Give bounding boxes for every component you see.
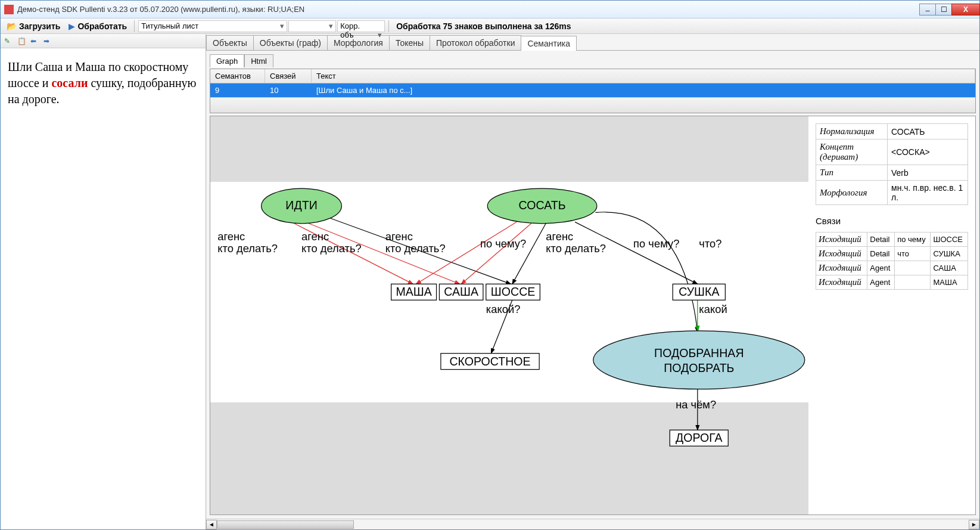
subtab-html[interactable]: Html <box>244 54 273 67</box>
links-header: Связи <box>816 216 968 226</box>
svg-text:агенс: агенс <box>301 230 329 243</box>
horizontal-scrollbar[interactable]: ◄ ► <box>206 519 979 529</box>
sub-tabs: GraphHtml <box>206 51 979 67</box>
svg-text:СУШКА: СУШКА <box>679 285 720 298</box>
scroll-left-icon[interactable]: ◄ <box>206 520 217 529</box>
scroll-thumb[interactable] <box>217 520 354 529</box>
col-semantov[interactable]: Семантов <box>210 69 265 83</box>
detail-panel: НормализацияСОСАТЬКонцепт (дериват)<СОСК… <box>808 116 975 514</box>
prop-val: мн.ч. п.вр. нес.в. 1 л. <box>888 181 968 205</box>
link-v: МАША <box>931 275 968 290</box>
graph-content: ИДТИСОСАТЬПОДОБРАННАЯПОДОБРАТЬМАШАСАШАШО… <box>210 116 976 515</box>
load-label: Загрузить <box>19 21 60 31</box>
status-text: Обработка 75 знаков выполнена за 126ms <box>396 21 571 31</box>
link-type: Agent <box>867 261 895 275</box>
subtab-graph[interactable]: Graph <box>210 54 244 67</box>
tab-1[interactable]: Объекты (граф) <box>253 35 328 50</box>
prop-key: Тип <box>816 165 888 181</box>
link-v: ШОССЕ <box>931 233 968 247</box>
nav-right-icon[interactable]: ➡ <box>43 37 52 45</box>
link-v: СУШКА <box>931 247 968 261</box>
properties-table: НормализацияСОСАТЬКонцепт (дериват)<СОСК… <box>816 123 968 205</box>
scroll-track[interactable] <box>217 520 969 529</box>
app-window: Демо-стенд SDK Pullenti v.3.23 от 05.07.… <box>0 0 980 530</box>
svg-line-5 <box>512 224 546 284</box>
svg-text:САША: САША <box>444 285 479 298</box>
svg-text:кто делать?: кто делать? <box>301 242 362 255</box>
prop-key: Нормализация <box>816 124 888 140</box>
grid-footer <box>210 97 975 113</box>
window-controls: X <box>919 4 979 16</box>
svg-text:по чему?: по чему? <box>480 237 526 250</box>
svg-text:агенс: агенс <box>546 230 573 243</box>
svg-text:на чём?: на чём? <box>676 398 716 411</box>
edit-icon[interactable]: ✎ <box>4 37 13 45</box>
svg-line-4 <box>461 224 531 284</box>
prop-val: <СОСКА> <box>888 140 968 165</box>
link-q: что <box>895 247 931 261</box>
tab-0[interactable]: Объекты <box>206 35 254 50</box>
tab-5[interactable]: Семантика <box>521 36 577 51</box>
doc-type-dropdown[interactable]: Титульный лист <box>138 20 287 32</box>
nav-left-icon[interactable]: ⬅ <box>30 37 39 45</box>
svg-text:ДОРОГА: ДОРОГА <box>676 431 723 444</box>
link-type: Detail <box>867 247 895 261</box>
close-button[interactable]: X <box>951 4 980 16</box>
process-label: Обработать <box>77 21 127 31</box>
svg-text:ИДТИ: ИДТИ <box>285 199 317 212</box>
svg-text:какой: какой <box>699 303 727 315</box>
svg-text:ПОДОБРАННАЯ: ПОДОБРАННАЯ <box>654 346 744 359</box>
titlebar: Демо-стенд SDK Pullenti v.3.23 от 05.07.… <box>1 1 979 18</box>
links-table: ИсходящийDetailпо чемуШОССЕИсходящийDeta… <box>816 232 968 290</box>
tab-3[interactable]: Токены <box>389 35 430 50</box>
svg-point-14 <box>593 331 805 389</box>
svg-text:ШОССЕ: ШОССЕ <box>491 285 536 298</box>
svg-text:ПОДОБРАТЬ: ПОДОБРАТЬ <box>664 361 734 374</box>
link-type: Detail <box>867 233 895 247</box>
link-dir: Исходящий <box>816 261 867 275</box>
main-tabs: ОбъектыОбъекты (граф)МорфологияТокеныПро… <box>206 34 979 51</box>
link-q <box>895 275 931 290</box>
svg-text:кто делать?: кто делать? <box>546 242 606 255</box>
cell-semantov: 9 <box>210 83 265 97</box>
scroll-right-icon[interactable]: ► <box>969 520 979 529</box>
minimize-button[interactable] <box>919 4 936 16</box>
graph-area[interactable]: ИДТИСОСАТЬПОДОБРАННАЯПОДОБРАТЬМАШАСАШАШО… <box>210 116 808 514</box>
svg-text:по чему?: по чему? <box>633 237 679 250</box>
dropdown-2[interactable] <box>288 20 336 32</box>
dropdown-3[interactable]: Корр. объ <box>337 20 385 32</box>
semantics-grid: Семантов Связей Текст 9 10 [Шли Саша и М… <box>210 69 976 113</box>
svg-text:кто делать?: кто делать? <box>217 242 278 255</box>
edit-toolbar: ✎ 📋 ⬅ ➡ <box>1 34 206 48</box>
folder-icon: 📂 <box>7 21 17 31</box>
link-dir: Исходящий <box>816 233 867 247</box>
play-icon: ▶ <box>69 21 75 31</box>
link-dir: Исходящий <box>816 247 867 261</box>
paste-icon[interactable]: 📋 <box>17 37 26 45</box>
maximize-button[interactable] <box>935 4 952 16</box>
cell-text: [Шли Саша и Маша по с...] <box>312 83 975 97</box>
semantic-graph[interactable]: ИДТИСОСАТЬПОДОБРАННАЯПОДОБРАТЬМАШАСАШАШО… <box>210 182 808 452</box>
prop-val: СОСАТЬ <box>888 124 968 140</box>
svg-text:кто делать?: кто делать? <box>385 242 446 255</box>
app-icon <box>4 5 14 14</box>
tab-4[interactable]: Протокол обработки <box>430 35 521 50</box>
svg-text:агенс: агенс <box>385 230 413 243</box>
main-toolbar: 📂 Загрузить ▶ Обработать Титульный лист … <box>1 18 979 34</box>
load-button[interactable]: 📂 Загрузить <box>3 20 64 32</box>
col-svyazey[interactable]: Связей <box>265 69 312 83</box>
text-pane[interactable]: Шли Саша и Маша по скоростному шоссе и с… <box>1 48 206 118</box>
prop-key: Морфология <box>816 181 888 205</box>
main-area: ✎ 📋 ⬅ ➡ Шли Саша и Маша по скоростному ш… <box>1 34 979 529</box>
cell-svyazey: 10 <box>265 83 312 97</box>
link-dir: Исходящий <box>816 275 867 290</box>
grid-header: Семантов Связей Текст <box>210 69 975 83</box>
right-pane: ОбъектыОбъекты (граф)МорфологияТокеныПро… <box>206 34 979 529</box>
window-title: Демо-стенд SDK Pullenti v.3.23 от 05.07.… <box>17 5 304 14</box>
link-q <box>895 261 931 275</box>
prop-key: Концепт (дериват) <box>816 140 888 165</box>
grid-row[interactable]: 9 10 [Шли Саша и Маша по с...] <box>210 83 975 97</box>
link-type: Agent <box>867 275 895 290</box>
process-button[interactable]: ▶ Обработать <box>65 20 130 32</box>
col-text[interactable]: Текст <box>312 69 975 83</box>
